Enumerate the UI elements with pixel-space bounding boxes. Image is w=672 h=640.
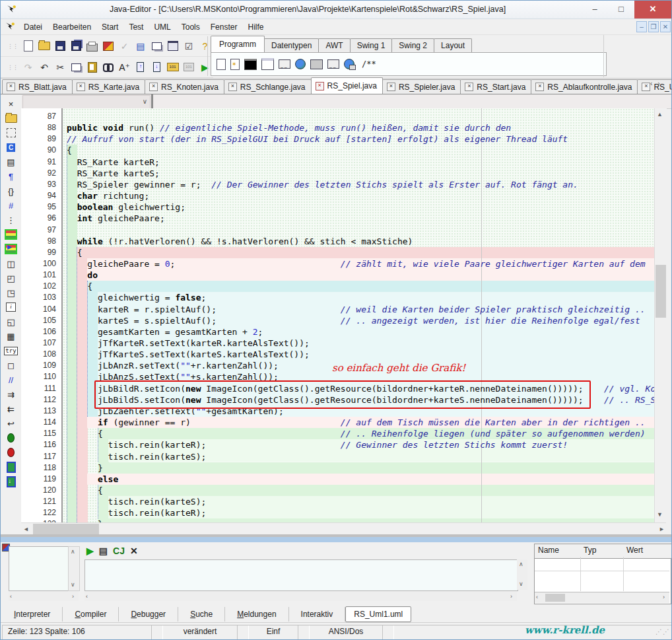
close-tab-icon[interactable]: × xyxy=(77,83,85,91)
copy-icon[interactable] xyxy=(69,59,84,75)
interpreter-list[interactable] xyxy=(9,546,69,591)
checklist-icon[interactable]: ☑ xyxy=(181,38,196,54)
save-icon[interactable] xyxy=(53,38,68,54)
cut-icon[interactable]: ✂ xyxy=(53,59,68,75)
palette-tab-swing-1[interactable]: Swing 1 xyxy=(350,38,393,52)
mdi-restore-button[interactable]: ❐ xyxy=(648,21,659,32)
horizontal-scroll-thumb[interactable] xyxy=(33,524,99,534)
tab-scroll-right-icon[interactable]: › xyxy=(657,80,659,89)
palette-tab-programm[interactable]: Programm xyxy=(211,36,265,52)
minimize-button[interactable]: – xyxy=(582,1,608,18)
uml-window-icon[interactable] xyxy=(101,38,116,54)
scroll-up-icon[interactable]: ∧ xyxy=(71,548,75,555)
file-tab-rs_karte.java[interactable]: ×RS_Karte.java xyxy=(72,79,145,94)
line-wrap-icon[interactable]: ↩ xyxy=(3,416,19,431)
run-console-icon[interactable]: ▶ xyxy=(86,546,94,556)
output-tab-rs_uml1.uml[interactable]: RS_Uml1.uml xyxy=(345,606,411,622)
jframe-program-icon[interactable] xyxy=(310,59,323,69)
output-tab-debugger[interactable]: Debugger xyxy=(119,607,178,622)
close-tab-icon[interactable]: × xyxy=(7,83,15,91)
window-bottom-icon[interactable]: ◱ xyxy=(3,314,19,329)
output-tab-compiler[interactable]: Compiler xyxy=(63,607,119,622)
comment-toggle-icon[interactable]: // xyxy=(3,373,19,387)
close-tab-icon[interactable]: × xyxy=(149,83,158,91)
applet-program-icon[interactable] xyxy=(295,59,306,69)
paste-icon[interactable] xyxy=(84,59,100,75)
menu-hilfe[interactable]: Hilfe xyxy=(242,20,269,34)
close-tab-icon[interactable]: × xyxy=(228,83,237,91)
print-icon[interactable] xyxy=(84,38,100,54)
list-vertical-scrollbar[interactable]: ∧ ∨ xyxy=(68,546,80,591)
scroll-up-icon[interactable]: ▲ xyxy=(657,111,663,118)
maximize-button[interactable]: □ xyxy=(608,1,634,18)
scroll-right-icon[interactable]: ► xyxy=(659,526,665,532)
console-program-icon[interactable] xyxy=(244,59,257,70)
dialog-program-icon[interactable] xyxy=(279,59,290,69)
palette-tab-swing-2[interactable]: Swing 2 xyxy=(391,38,434,52)
console-horizontal-scrollbar[interactable]: ‹ › xyxy=(84,591,517,601)
japplet-program-icon[interactable] xyxy=(344,59,354,69)
scroll-up-icon[interactable]: ∧ xyxy=(519,561,523,567)
file-tab-rs_blatt.java[interactable]: ×RS_Blatt.java xyxy=(2,79,73,94)
font-increase-icon[interactable]: A⁺ xyxy=(117,59,132,75)
jar-import-icon[interactable]: ↑ xyxy=(133,59,148,75)
scroll-down-icon[interactable]: ∨ xyxy=(519,581,523,587)
javadoc-comment-tool[interactable]: /** xyxy=(362,59,376,69)
menu-test[interactable]: Test xyxy=(123,20,149,34)
vertical-scrollbar[interactable]: ▲ ▼ xyxy=(654,108,667,522)
file-tab-rs_knoten.java[interactable]: ×RS_Knoten.java xyxy=(145,79,224,94)
file-tab-rs_ablaufkontrolle.java[interactable]: ×RS_Ablaufkontrolle.java xyxy=(531,79,638,94)
compile-icon[interactable]: 101 xyxy=(181,59,196,75)
menu-start[interactable]: Start xyxy=(96,20,123,34)
palette-tab-layout[interactable]: Layout xyxy=(434,38,472,52)
undo-icon[interactable]: ↶ xyxy=(36,59,51,75)
console-java-icon[interactable]: CJ xyxy=(113,546,125,556)
new-struktogramm-icon[interactable] xyxy=(230,59,240,70)
redo-icon[interactable]: ↷ xyxy=(20,59,36,75)
file-tab-rs_spiel.java[interactable]: ×RS_Spiel.java xyxy=(311,77,383,94)
scroll-down-icon[interactable]: ▼ xyxy=(657,511,663,518)
output-tab-interaktiv[interactable]: Interaktiv xyxy=(289,607,346,622)
code-editor[interactable]: public void run() // eigentliche Spiel-M… xyxy=(63,108,654,522)
close-file-icon[interactable]: × xyxy=(3,96,19,111)
scroll-left-icon[interactable]: ‹ xyxy=(10,593,12,600)
close-tab-icon[interactable]: × xyxy=(535,83,544,91)
clear-breakpoints-icon[interactable] xyxy=(3,445,19,460)
save-all-icon[interactable] xyxy=(69,38,84,54)
vertical-scroll-thumb[interactable] xyxy=(655,265,666,318)
structogram-view-icon[interactable]: ▤ xyxy=(3,155,19,169)
mdi-minimize-button[interactable]: – xyxy=(636,21,647,32)
window-top-icon[interactable]: ◰ xyxy=(3,271,19,285)
mdi-close-button[interactable]: ✕ xyxy=(660,21,671,32)
output-tab-meldungen[interactable]: Meldungen xyxy=(225,607,288,622)
scroll-left-icon[interactable]: ‹ xyxy=(536,594,538,600)
file-tab-rs_start.java[interactable]: ×RS_Start.java xyxy=(460,79,531,94)
console-output[interactable] xyxy=(84,559,518,591)
palette-tab-awt[interactable]: AWT xyxy=(318,38,350,52)
syntax-check-icon[interactable]: ✓ xyxy=(117,38,132,54)
close-button[interactable]: ✕ xyxy=(634,1,671,18)
structogram-icon[interactable]: ▤ xyxy=(133,38,148,54)
search-icon[interactable] xyxy=(101,59,116,75)
scroll-left-icon[interactable]: ◄ xyxy=(23,526,29,532)
scroll-down-icon[interactable]: ∨ xyxy=(71,581,75,588)
watch-header-name[interactable]: Name xyxy=(535,544,584,559)
file-tab-rs_spieler.java[interactable]: ×RS_Spieler.java xyxy=(382,79,461,94)
class-browser-icon[interactable] xyxy=(3,140,19,155)
menu-bearbeiten[interactable]: Bearbeiten xyxy=(48,20,96,34)
list-horizontal-scrollbar[interactable]: ‹ › xyxy=(9,591,79,601)
indent-guides-icon[interactable]: ⋮ xyxy=(3,213,19,227)
indent-less-icon[interactable]: ⇇ xyxy=(3,402,19,416)
watch-header-wert[interactable]: Wert xyxy=(623,544,672,559)
jdialog-program-icon[interactable] xyxy=(327,59,339,69)
menu-datei[interactable]: Datei xyxy=(18,20,48,34)
selection-frame-icon[interactable] xyxy=(3,125,19,140)
new-file-icon[interactable] xyxy=(20,38,36,54)
tab-scroll-left-icon[interactable]: ‹ xyxy=(650,80,652,89)
try-catch-icon[interactable]: try xyxy=(3,343,19,358)
compile-all-icon[interactable]: 101 xyxy=(165,59,180,75)
menu-uml[interactable]: UML xyxy=(149,20,176,34)
jar-export-icon[interactable]: ↓ xyxy=(149,59,164,75)
paragraph-marks-icon[interactable]: ¶ xyxy=(3,169,19,184)
console-vertical-scrollbar[interactable]: ∧ ∨ xyxy=(517,559,527,590)
